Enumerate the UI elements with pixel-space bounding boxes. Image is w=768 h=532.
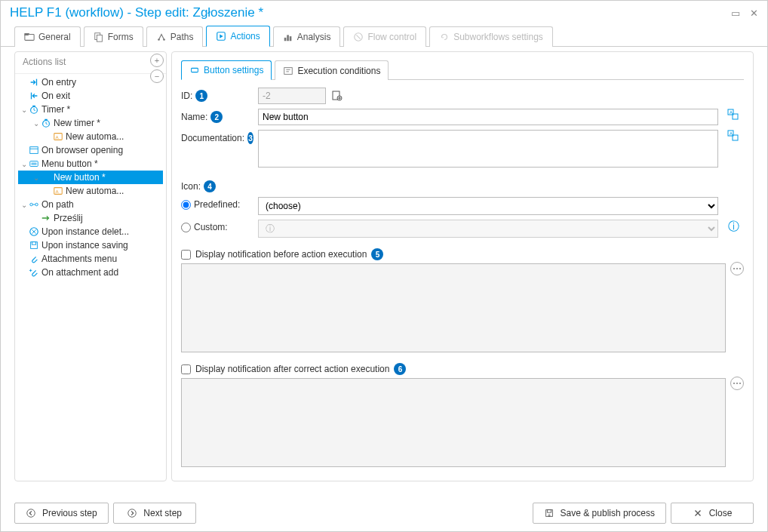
translate-doc-icon[interactable]: A	[723, 130, 744, 142]
btn-label: Close	[709, 508, 733, 518]
tab-subworkflows: Subworkflows settings	[429, 26, 553, 47]
custom-label: Custom:	[194, 222, 228, 232]
custom-radio[interactable]	[181, 223, 191, 232]
tree-item[interactable]: ANew automa...	[18, 130, 163, 143]
notif-before-textarea	[181, 263, 726, 352]
btn-label: Next step	[143, 508, 182, 518]
send-icon	[41, 213, 51, 223]
custom-radio-row[interactable]: Custom:	[181, 220, 253, 232]
close-icon[interactable]: ✕	[750, 8, 758, 19]
svg-point-40	[128, 509, 137, 518]
delete-icon	[29, 226, 39, 237]
attach-icon	[29, 254, 39, 264]
tree-item-label: New timer *	[54, 118, 100, 128]
chart-icon	[283, 32, 293, 42]
tree-item[interactable]: ⌄On path	[18, 198, 163, 211]
name-label: Name:	[181, 112, 207, 122]
tree-item[interactable]: Upon instance delet...	[18, 225, 163, 238]
documentation-label: Documentation:	[181, 133, 244, 143]
previous-step-button[interactable]: Previous step	[14, 503, 109, 524]
actions-tree[interactable]: On entryOn exit⌄Timer *⌄New timer *ANew …	[15, 73, 166, 481]
badge-4: 4	[204, 180, 216, 192]
notif-before-row[interactable]: Display notification before action execu…	[181, 248, 744, 260]
svg-rect-8	[290, 36, 292, 41]
predefined-radio[interactable]	[181, 200, 191, 210]
translate-name-icon[interactable]: A	[723, 109, 744, 121]
svg-point-3	[158, 38, 160, 41]
tree-item[interactable]: ⌄New button *	[18, 171, 163, 184]
tree-item-label: Timer *	[41, 104, 70, 115]
svg-text:A: A	[730, 131, 733, 136]
tree-item[interactable]: On browser opening	[18, 143, 163, 157]
svg-rect-17	[30, 147, 38, 154]
conditions-icon	[283, 66, 293, 76]
id-manage-icon[interactable]	[330, 89, 344, 103]
tree-item[interactable]: On attachment add	[18, 266, 163, 279]
subtab-execution-conditions[interactable]: Execution conditions	[275, 60, 389, 80]
tab-analysis[interactable]: Analysis	[273, 26, 341, 47]
id-label-row: ID: 1	[181, 88, 253, 102]
tree-item[interactable]: Upon instance saving	[18, 238, 163, 252]
tree-item-label: On browser opening	[41, 145, 123, 155]
tree-item[interactable]: On exit	[18, 89, 163, 103]
notif-after-checkbox[interactable]	[181, 364, 191, 374]
remove-action-button[interactable]: −	[150, 69, 164, 83]
next-step-button[interactable]: Next step	[113, 503, 196, 524]
notif-before-label: Display notification before action execu…	[195, 249, 367, 260]
info-icon[interactable]: ⓘ	[723, 220, 744, 234]
subtabs: Button settings Execution conditions	[181, 60, 744, 80]
tab-paths[interactable]: Paths	[146, 26, 204, 47]
actions-list-panel: Actions list + − On entryOn exit⌄Timer *…	[14, 51, 167, 481]
tree-item[interactable]: Prześlij	[18, 211, 163, 225]
svg-text:A: A	[56, 189, 60, 194]
tab-label: Flow control	[367, 32, 416, 42]
predefined-select[interactable]: (choose)	[258, 197, 718, 215]
folder-icon	[24, 32, 35, 42]
tree-item-label: Upon instance delet...	[41, 226, 129, 237]
tab-general[interactable]: General	[14, 26, 81, 47]
tree-item-label: On path	[41, 199, 74, 210]
tree-item[interactable]: Attachments menu	[18, 252, 163, 266]
id-field	[258, 88, 326, 104]
tree-item-label: New button *	[54, 172, 106, 183]
id-label: ID:	[181, 91, 192, 101]
timer-icon	[29, 104, 39, 115]
tab-forms[interactable]: Forms	[84, 26, 143, 47]
badge-1: 1	[195, 90, 207, 102]
tab-actions[interactable]: Actions	[206, 26, 269, 47]
tab-label: Analysis	[297, 32, 331, 42]
notif-after-more-button[interactable]: ⋯	[730, 377, 744, 390]
notif-before-checkbox[interactable]	[181, 250, 191, 260]
close-btn-icon	[693, 508, 703, 518]
main-tabstrip: General Forms Paths Actions Analysis Flo…	[1, 25, 767, 47]
svg-rect-12	[32, 106, 35, 107]
tree-item-label: On exit	[41, 91, 70, 101]
save-publish-button[interactable]: Save & publish process	[533, 503, 666, 524]
tree-item[interactable]: ANew automa...	[18, 184, 163, 198]
svg-rect-42	[547, 510, 551, 513]
tree-item[interactable]: ⌄Menu button *	[18, 157, 163, 171]
svg-point-24	[35, 203, 38, 206]
close-button[interactable]: Close	[671, 503, 754, 524]
notif-before-more-button[interactable]: ⋯	[730, 262, 744, 275]
subtab-button-settings[interactable]: Button settings	[181, 60, 272, 80]
svg-rect-30	[284, 67, 293, 74]
tree-item[interactable]: ⌄Timer *	[18, 103, 163, 116]
sidebar-title: Actions list	[15, 52, 166, 72]
content-panel: Button settings Execution conditions ID:…	[171, 51, 754, 481]
tree-item[interactable]: ⌄New timer *	[18, 116, 163, 130]
name-field[interactable]	[258, 109, 718, 125]
minimize-icon[interactable]: ▭	[731, 8, 740, 19]
documentation-field[interactable]	[258, 130, 718, 168]
prev-icon	[26, 508, 36, 518]
svg-rect-20	[42, 175, 51, 179]
menu-icon	[29, 158, 39, 169]
window-title: HELP F1 (workflow) - Step edit: Zgłoszen…	[10, 5, 263, 20]
actions-icon	[216, 31, 226, 42]
tree-item-label: Prześlij	[54, 213, 83, 223]
predefined-radio-row[interactable]: Predefined:	[181, 197, 253, 210]
tree-item[interactable]: On entry	[18, 75, 163, 89]
add-action-button[interactable]: +	[150, 54, 164, 67]
notif-after-row[interactable]: Display notification after correct actio…	[181, 363, 744, 375]
svg-rect-29	[192, 68, 198, 72]
